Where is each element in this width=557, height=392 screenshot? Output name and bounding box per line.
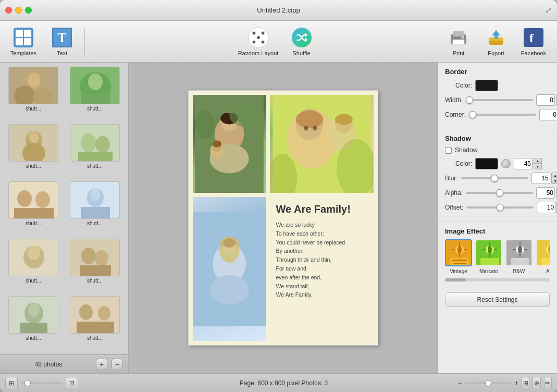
grid-view-button[interactable]: ⊞ — [5, 377, 18, 389]
photo-label: shutt... — [87, 278, 103, 284]
photo-thumbnail — [8, 124, 58, 162]
shadow-offset-input[interactable]: 10 — [537, 202, 555, 213]
zoom-slider[interactable] — [465, 382, 512, 384]
list-item[interactable]: shutt... — [4, 124, 63, 178]
shadow-opacity-decrement[interactable]: ▼ — [534, 164, 542, 169]
text-button[interactable]: T Text — [44, 23, 80, 60]
canvas-top-row — [189, 91, 378, 195]
shuffle-icon — [291, 27, 312, 48]
list-item[interactable]: shutt... — [4, 239, 63, 293]
fit-view-button[interactable]: ⊡ — [66, 377, 78, 389]
facebook-button[interactable]: f Facebook — [515, 23, 552, 60]
facebook-label: Facebook — [521, 50, 546, 56]
shadow-color-row: Color: 45 ▲ ▼ — [445, 158, 550, 169]
effect-item-an[interactable]: An — [536, 239, 550, 274]
border-width-slider[interactable] — [466, 99, 533, 101]
edit-button[interactable]: ✏ — [544, 377, 552, 389]
remove-photo-button[interactable]: − — [112, 359, 123, 370]
export-button[interactable]: Export — [478, 23, 514, 60]
effect-thumb-marcato — [475, 239, 502, 266]
random-layout-button[interactable]: Random Layout — [238, 23, 279, 60]
svg-point-37 — [29, 131, 39, 143]
photo-count: 48 photos — [5, 361, 92, 368]
effect-item-vintage[interactable]: Vintage — [445, 239, 472, 274]
templates-button[interactable]: Templates — [5, 23, 42, 60]
shadow-label: Shadow — [455, 146, 477, 154]
border-corner-input[interactable]: 0 — [539, 109, 557, 120]
shadow-alpha-slider[interactable] — [466, 192, 533, 194]
zoom-minus[interactable]: − — [458, 379, 462, 387]
shuffle-button[interactable]: Shuffle — [283, 23, 320, 60]
svg-point-44 — [17, 190, 32, 207]
list-item[interactable]: shutt... — [66, 124, 124, 178]
layout-view-button[interactable]: ⊞ — [522, 377, 529, 389]
add-photo-button[interactable]: + — [96, 359, 107, 370]
window-title: Untitled 2.cipp — [257, 6, 300, 14]
toolbar-right-group: Print Export — [440, 23, 552, 60]
zoom-button[interactable] — [25, 7, 32, 14]
shadow-alpha-label: Alpha: — [445, 189, 463, 197]
close-button[interactable] — [5, 7, 12, 14]
shadow-offset-stepper: 10 ▲ ▼ — [537, 202, 557, 213]
border-width-input[interactable]: 0 — [536, 94, 555, 106]
svg-point-74 — [213, 140, 221, 147]
effect-label-an: An — [546, 268, 550, 274]
sidebar-footer: 48 photos + − — [0, 354, 128, 373]
image-effect-title: Image Effect — [445, 227, 550, 235]
shadow-offset-slider[interactable] — [466, 206, 534, 209]
status-right: − + ⊞ ⊕ ✏ — [458, 377, 552, 389]
shadow-blur-input[interactable]: 15 — [531, 173, 550, 184]
photo-thumbnail — [8, 239, 58, 276]
shadow-alpha-input[interactable]: 50 — [536, 187, 555, 199]
minimize-button[interactable] — [15, 7, 22, 14]
svg-point-60 — [28, 303, 40, 317]
border-color-row: Color: — [445, 80, 550, 91]
effect-thumb-bw — [505, 239, 533, 266]
effect-item-bw[interactable]: B&W — [505, 239, 533, 274]
svg-point-100 — [457, 246, 462, 254]
list-item[interactable]: shutt... — [4, 181, 63, 236]
shadow-opacity-input[interactable]: 45 — [514, 158, 533, 169]
photo-thumbnail — [70, 124, 120, 162]
list-item[interactable]: shutt... — [66, 181, 124, 236]
effect-item-marcato[interactable]: Marcato — [475, 239, 502, 274]
border-title: Border — [445, 68, 550, 76]
border-corner-slider[interactable] — [469, 114, 536, 116]
list-item[interactable]: shutt... — [4, 296, 63, 350]
border-corner-row: Corner: 0 ▲ ▼ — [445, 109, 550, 120]
shadow-blur-decrement[interactable]: ▼ — [551, 178, 557, 184]
svg-point-75 — [229, 102, 258, 127]
canvas-photo-left[interactable] — [193, 95, 266, 193]
text-label: Text — [57, 50, 67, 56]
list-item[interactable]: shutt... — [4, 67, 63, 121]
zoom-plus[interactable]: + — [515, 379, 518, 387]
resize-icon[interactable]: ⤢ — [545, 5, 552, 15]
canvas-photo-right[interactable] — [270, 95, 374, 193]
shadow-blur-row: Blur: 15 ▲ ▼ — [445, 173, 550, 184]
effect-scrollbar-thumb — [445, 278, 466, 281]
list-item[interactable]: shutt... — [66, 239, 124, 293]
shadow-blur-increment[interactable]: ▲ — [551, 173, 557, 178]
shadow-color-swatch[interactable] — [475, 158, 498, 169]
list-item[interactable]: shutt... — [66, 67, 124, 121]
page-canvas[interactable]: We Are Family! We are so lucky To have e… — [188, 90, 378, 346]
svg-rect-61 — [20, 323, 47, 334]
canvas-photo-bottom[interactable] — [193, 197, 266, 341]
reset-settings-button[interactable]: Reset Settings — [445, 292, 550, 307]
svg-point-94 — [209, 275, 249, 304]
print-button[interactable]: Print — [440, 23, 477, 60]
facebook-icon: f — [523, 27, 544, 48]
list-item[interactable]: shutt... — [66, 296, 124, 350]
left-zoom-slider[interactable] — [21, 382, 63, 384]
fullscreen-button[interactable]: ⊕ — [533, 377, 540, 389]
shadow-checkbox[interactable] — [445, 147, 452, 154]
svg-point-76 — [195, 109, 215, 139]
svg-point-118 — [518, 246, 522, 254]
border-width-label: Width: — [445, 96, 463, 104]
shadow-opacity-increment[interactable]: ▲ — [534, 158, 542, 164]
effect-scrollbar[interactable] — [445, 278, 550, 281]
border-color-swatch[interactable] — [475, 80, 498, 91]
svg-point-40 — [81, 133, 96, 152]
shadow-blur-slider[interactable] — [461, 177, 528, 179]
svg-point-56 — [95, 250, 108, 266]
